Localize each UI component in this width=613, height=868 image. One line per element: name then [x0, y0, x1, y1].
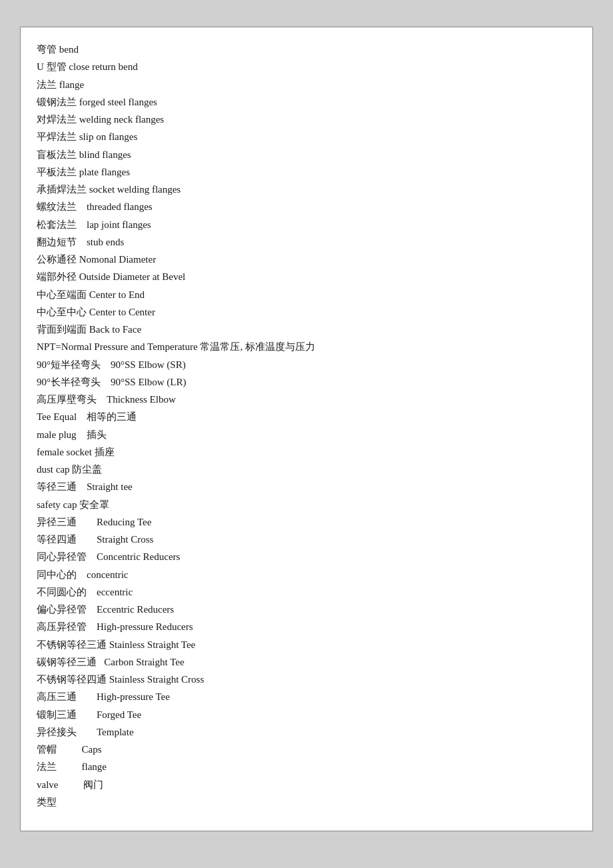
list-item: 90°短半径弯头 90°SS Elbow (SR) — [37, 356, 576, 373]
list-item: 锻钢法兰 forged steel flanges — [37, 93, 576, 111]
list-item: 偏心异径管 Eccentric Reducers — [37, 601, 576, 618]
list-item: 不锈钢等径四通 Stainless Straight Cross — [37, 671, 576, 688]
list-item: safety cap 安全罩 — [37, 496, 576, 513]
list-item: 中心至端面 Center to End — [37, 286, 576, 303]
list-item: 不锈钢等径三通 Stainless Straight Tee — [37, 636, 576, 653]
list-item: NPT=Normal Pressure and Temperature 常温常压… — [37, 338, 576, 355]
list-item: dust cap 防尘盖 — [37, 461, 576, 478]
list-item: Tee Equal 相等的三通 — [37, 408, 576, 425]
page-container: 弯管 bendU 型管 close return bend法兰 flange锻钢… — [20, 27, 593, 831]
list-item: 同心异径管 Concentric Reducers — [37, 548, 576, 565]
list-item: 盲板法兰 blind flanges — [37, 146, 576, 163]
list-item: 背面到端面 Back to Face — [37, 321, 576, 338]
list-item: 管帽 Caps — [37, 741, 576, 758]
list-item: 中心至中心 Center to Center — [37, 303, 576, 321]
list-item: 等径三通 Straight tee — [37, 478, 576, 495]
list-item: 异径三通 Reducing Tee — [37, 513, 576, 531]
list-item: 90°长半径弯头 90°SS Elbow (LR) — [37, 373, 576, 391]
list-item: 螺纹法兰 threaded flanges — [37, 198, 576, 215]
list-item: 公称通径 Nomonal Diameter — [37, 251, 576, 268]
list-item: 端部外径 Outside Diameter at Bevel — [37, 268, 576, 285]
list-item: 弯管 bend — [37, 41, 576, 58]
list-item: 等径四通 Straight Cross — [37, 531, 576, 548]
list-item: 翻边短节 stub ends — [37, 233, 576, 251]
list-item: 锻制三通 Forged Tee — [37, 706, 576, 723]
list-item: 类型 — [37, 793, 576, 811]
list-item: 碳钢等径三通 Carbon Straight Tee — [37, 653, 576, 671]
list-item: 对焊法兰 welding neck flanges — [37, 111, 576, 128]
list-item: 承插焊法兰 socket welding flanges — [37, 181, 576, 198]
list-item: male plug 插头 — [37, 426, 576, 443]
list-item: 异径接头 Template — [37, 723, 576, 741]
list-item: 平板法兰 plate flanges — [37, 163, 576, 181]
content-area: 弯管 bendU 型管 close return bend法兰 flange锻钢… — [37, 41, 576, 811]
list-item: 高压三通 High-pressure Tee — [37, 688, 576, 705]
list-item: 法兰 flange — [37, 758, 576, 775]
list-item: female socket 插座 — [37, 443, 576, 461]
list-item: U 型管 close return bend — [37, 58, 576, 75]
list-item: valve 阀门 — [37, 776, 576, 793]
list-item: 不同圆心的 eccentric — [37, 583, 576, 601]
list-item: 高压厚壁弯头 Thickness Elbow — [37, 391, 576, 408]
list-item: 高压异径管 High-pressure Reducers — [37, 618, 576, 635]
list-item: 法兰 flange — [37, 76, 576, 93]
list-item: 松套法兰 lap joint flanges — [37, 216, 576, 233]
list-item: 同中心的 concentric — [37, 566, 576, 583]
list-item: 平焊法兰 slip on flanges — [37, 128, 576, 145]
